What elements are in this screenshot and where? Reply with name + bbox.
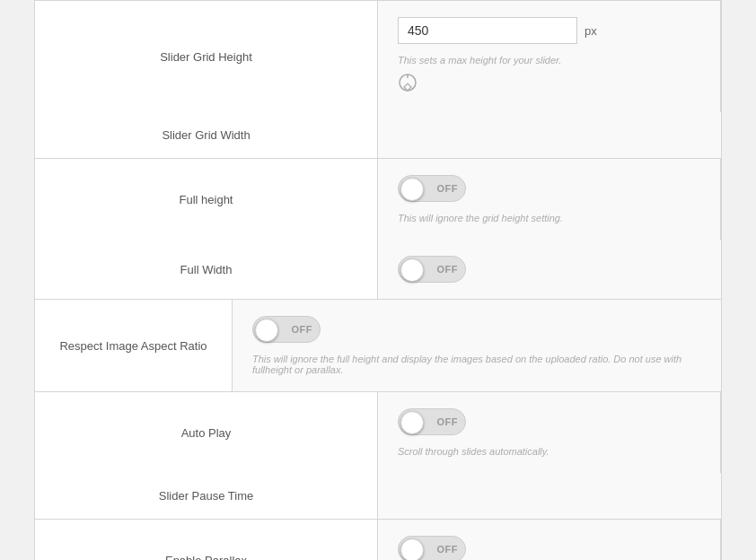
auto-play-toggle[interactable]: OFF	[398, 408, 466, 435]
slider-pause-time-label: Slider Pause Time	[35, 473, 378, 519]
full-width-label: Full Width	[35, 240, 378, 299]
row-auto-play-pause: Auto Play OFF Scroll through slides auto…	[35, 392, 721, 520]
row-respect-aspect-ratio: Respect Image Aspect Ratio OFF This will…	[35, 300, 721, 392]
row-slider-grid-dimensions: Slider Grid Height px This sets a max he…	[35, 1, 721, 159]
auto-play-control: OFF Scroll through slides automatically.	[378, 392, 721, 473]
px-unit-label: px	[585, 24, 597, 38]
slider-grid-width-label: Slider Grid Width	[35, 112, 378, 158]
full-height-control: OFF This will ignore the grid height set…	[378, 159, 721, 240]
cursor-indicator	[398, 73, 700, 96]
settings-section: Slider Grid Height px This sets a max he…	[34, 0, 722, 560]
height-input-wrapper: px	[398, 17, 700, 44]
full-width-toggle[interactable]: OFF	[398, 256, 466, 283]
full-height-desc: This will ignore the grid height setting…	[398, 213, 700, 223]
enable-parallax-control: OFF Images should be 1800px by 1200px mi…	[378, 520, 721, 560]
slider-pause-time-control	[378, 473, 721, 519]
slider-grid-width-control	[378, 112, 721, 158]
row-parallax-single-slide: Enable Parallax OFF Images should be 180…	[35, 520, 721, 560]
settings-panel: Slider Grid Height px This sets a max he…	[0, 0, 756, 560]
enable-parallax-toggle[interactable]: OFF	[398, 536, 466, 560]
cursor-icon	[398, 73, 418, 92]
full-height-toggle[interactable]: OFF	[398, 175, 466, 202]
row-full-height-width: Full height OFF This will ignore the gri…	[35, 159, 721, 300]
slider-grid-height-control: px This sets a max height for your slide…	[378, 1, 721, 112]
slider-grid-height-label: Slider Grid Height	[35, 1, 378, 112]
slider-grid-height-input[interactable]	[398, 17, 577, 44]
full-width-control: OFF	[378, 240, 721, 299]
respect-aspect-ratio-desc: This will ignore the full height and dis…	[252, 354, 701, 375]
auto-play-desc: Scroll through slides automatically.	[398, 446, 700, 457]
enable-parallax-label: Enable Parallax	[35, 520, 378, 560]
slider-grid-height-desc: This sets a max height for your slider.	[398, 55, 700, 66]
auto-play-label: Auto Play	[35, 392, 378, 473]
full-height-label: Full height	[35, 159, 378, 240]
respect-aspect-ratio-control: OFF This will ignore the full height and…	[233, 300, 721, 391]
respect-aspect-ratio-label: Respect Image Aspect Ratio	[35, 300, 233, 391]
respect-aspect-ratio-toggle[interactable]: OFF	[252, 316, 321, 343]
